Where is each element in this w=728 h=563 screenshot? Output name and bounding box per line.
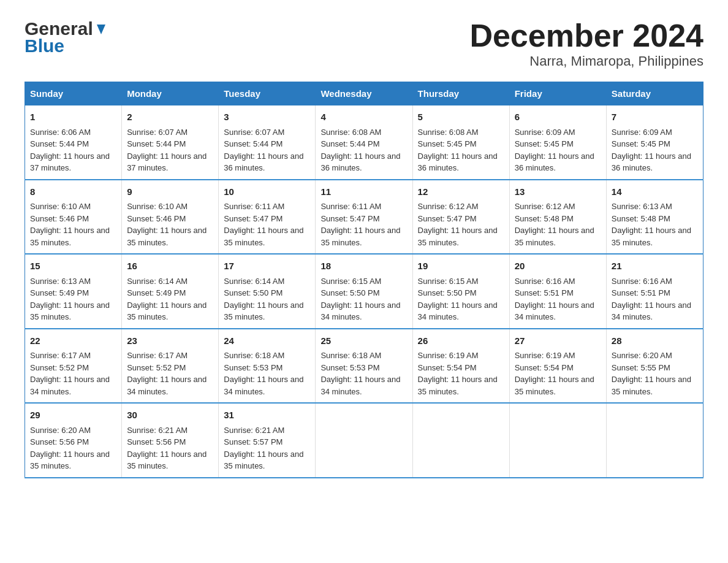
day-info: Sunrise: 6:06 AMSunset: 5:44 PMDaylight:… [30, 128, 110, 173]
day-info: Sunrise: 6:07 AMSunset: 5:44 PMDaylight:… [127, 128, 207, 173]
day-cell: 10 Sunrise: 6:11 AMSunset: 5:47 PMDaylig… [219, 180, 316, 255]
week-row-1: 1 Sunrise: 6:06 AMSunset: 5:44 PMDayligh… [25, 105, 703, 180]
day-number: 23 [127, 334, 213, 348]
day-cell: 21 Sunrise: 6:16 AMSunset: 5:51 PMDaylig… [606, 254, 703, 329]
day-number: 12 [418, 185, 504, 199]
day-cell: 19 Sunrise: 6:15 AMSunset: 5:50 PMDaylig… [412, 254, 509, 329]
week-row-5: 29 Sunrise: 6:20 AMSunset: 5:56 PMDaylig… [25, 403, 703, 478]
day-info: Sunrise: 6:21 AMSunset: 5:56 PMDaylight:… [127, 426, 207, 471]
day-cell: 22 Sunrise: 6:17 AMSunset: 5:52 PMDaylig… [25, 329, 122, 404]
day-cell: 1 Sunrise: 6:06 AMSunset: 5:44 PMDayligh… [25, 105, 122, 180]
day-cell: 26 Sunrise: 6:19 AMSunset: 5:54 PMDaylig… [412, 329, 509, 404]
day-cell [316, 403, 412, 478]
day-info: Sunrise: 6:11 AMSunset: 5:47 PMDaylight:… [320, 202, 400, 247]
day-number: 14 [612, 185, 698, 199]
day-info: Sunrise: 6:10 AMSunset: 5:46 PMDaylight:… [30, 202, 110, 247]
day-info: Sunrise: 6:09 AMSunset: 5:45 PMDaylight:… [612, 128, 691, 173]
day-info: Sunrise: 6:12 AMSunset: 5:47 PMDaylight:… [418, 202, 498, 247]
calendar-body: 1 Sunrise: 6:06 AMSunset: 5:44 PMDayligh… [25, 105, 703, 478]
day-number: 21 [612, 259, 698, 274]
day-info: Sunrise: 6:14 AMSunset: 5:49 PMDaylight:… [127, 277, 207, 322]
day-cell: 14 Sunrise: 6:13 AMSunset: 5:48 PMDaylig… [606, 180, 703, 255]
header-cell-thursday: Thursday [412, 82, 509, 105]
day-info: Sunrise: 6:15 AMSunset: 5:50 PMDaylight:… [320, 277, 400, 322]
day-number: 1 [30, 110, 116, 124]
page-header: General Blue December 2024 Narra, Mimaro… [25, 18, 703, 69]
day-info: Sunrise: 6:16 AMSunset: 5:51 PMDaylight:… [612, 277, 691, 322]
day-cell: 12 Sunrise: 6:12 AMSunset: 5:47 PMDaylig… [412, 180, 509, 255]
day-number: 24 [224, 334, 310, 348]
day-number: 10 [224, 185, 310, 199]
day-cell: 4 Sunrise: 6:08 AMSunset: 5:44 PMDayligh… [316, 105, 412, 180]
day-info: Sunrise: 6:12 AMSunset: 5:48 PMDaylight:… [515, 202, 594, 247]
page-subtitle: Narra, Mimaropa, Philippines [469, 53, 703, 69]
day-info: Sunrise: 6:07 AMSunset: 5:44 PMDaylight:… [224, 128, 303, 173]
day-number: 17 [224, 259, 310, 274]
day-cell: 27 Sunrise: 6:19 AMSunset: 5:54 PMDaylig… [509, 329, 606, 404]
day-cell: 5 Sunrise: 6:08 AMSunset: 5:45 PMDayligh… [412, 105, 509, 180]
day-cell: 28 Sunrise: 6:20 AMSunset: 5:55 PMDaylig… [606, 329, 703, 404]
day-number: 9 [127, 185, 213, 199]
calendar-header: SundayMondayTuesdayWednesdayThursdayFrid… [25, 82, 703, 105]
day-number: 28 [612, 334, 698, 348]
day-number: 25 [320, 334, 407, 348]
day-cell: 29 Sunrise: 6:20 AMSunset: 5:56 PMDaylig… [25, 403, 122, 478]
day-info: Sunrise: 6:08 AMSunset: 5:45 PMDaylight:… [418, 128, 498, 173]
day-cell: 9 Sunrise: 6:10 AMSunset: 5:46 PMDayligh… [122, 180, 219, 255]
day-cell: 17 Sunrise: 6:14 AMSunset: 5:50 PMDaylig… [219, 254, 316, 329]
day-number: 15 [30, 259, 116, 274]
day-info: Sunrise: 6:14 AMSunset: 5:50 PMDaylight:… [224, 277, 303, 322]
day-cell: 23 Sunrise: 6:17 AMSunset: 5:52 PMDaylig… [122, 329, 219, 404]
day-number: 22 [30, 334, 116, 348]
day-info: Sunrise: 6:17 AMSunset: 5:52 PMDaylight:… [127, 351, 207, 396]
day-number: 3 [224, 110, 310, 124]
page-title: December 2024 [469, 18, 703, 53]
day-info: Sunrise: 6:11 AMSunset: 5:47 PMDaylight:… [224, 202, 303, 247]
logo-blue-text: Blue [25, 36, 108, 56]
day-cell: 11 Sunrise: 6:11 AMSunset: 5:47 PMDaylig… [316, 180, 412, 255]
title-section: December 2024 Narra, Mimaropa, Philippin… [469, 18, 703, 69]
day-info: Sunrise: 6:15 AMSunset: 5:50 PMDaylight:… [418, 277, 498, 322]
day-cell: 16 Sunrise: 6:14 AMSunset: 5:49 PMDaylig… [122, 254, 219, 329]
day-info: Sunrise: 6:20 AMSunset: 5:56 PMDaylight:… [30, 426, 110, 471]
day-cell [606, 403, 703, 478]
day-cell: 8 Sunrise: 6:10 AMSunset: 5:46 PMDayligh… [25, 180, 122, 255]
header-cell-wednesday: Wednesday [316, 82, 412, 105]
day-number: 26 [418, 334, 504, 348]
day-number: 6 [515, 110, 601, 124]
day-cell: 30 Sunrise: 6:21 AMSunset: 5:56 PMDaylig… [122, 403, 219, 478]
day-info: Sunrise: 6:21 AMSunset: 5:57 PMDaylight:… [224, 426, 303, 471]
day-cell: 25 Sunrise: 6:18 AMSunset: 5:53 PMDaylig… [316, 329, 412, 404]
day-number: 7 [612, 110, 698, 124]
day-cell: 6 Sunrise: 6:09 AMSunset: 5:45 PMDayligh… [509, 105, 606, 180]
day-number: 5 [418, 110, 504, 124]
header-row: SundayMondayTuesdayWednesdayThursdayFrid… [25, 82, 703, 105]
day-number: 18 [320, 259, 407, 274]
day-info: Sunrise: 6:19 AMSunset: 5:54 PMDaylight:… [515, 351, 594, 396]
day-cell: 24 Sunrise: 6:18 AMSunset: 5:53 PMDaylig… [219, 329, 316, 404]
week-row-2: 8 Sunrise: 6:10 AMSunset: 5:46 PMDayligh… [25, 180, 703, 255]
day-number: 19 [418, 259, 504, 274]
day-number: 8 [30, 185, 116, 199]
day-number: 11 [320, 185, 407, 199]
week-row-4: 22 Sunrise: 6:17 AMSunset: 5:52 PMDaylig… [25, 329, 703, 404]
calendar-table: SundayMondayTuesdayWednesdayThursdayFrid… [25, 82, 703, 478]
day-cell: 31 Sunrise: 6:21 AMSunset: 5:57 PMDaylig… [219, 403, 316, 478]
day-number: 30 [127, 408, 213, 423]
day-info: Sunrise: 6:08 AMSunset: 5:44 PMDaylight:… [320, 128, 400, 173]
day-number: 4 [320, 110, 407, 124]
day-info: Sunrise: 6:19 AMSunset: 5:54 PMDaylight:… [418, 351, 498, 396]
day-cell: 7 Sunrise: 6:09 AMSunset: 5:45 PMDayligh… [606, 105, 703, 180]
day-number: 2 [127, 110, 213, 124]
day-cell: 2 Sunrise: 6:07 AMSunset: 5:44 PMDayligh… [122, 105, 219, 180]
day-info: Sunrise: 6:16 AMSunset: 5:51 PMDaylight:… [515, 277, 594, 322]
day-info: Sunrise: 6:13 AMSunset: 5:48 PMDaylight:… [612, 202, 691, 247]
week-row-3: 15 Sunrise: 6:13 AMSunset: 5:49 PMDaylig… [25, 254, 703, 329]
header-cell-monday: Monday [122, 82, 219, 105]
svg-marker-0 [97, 25, 105, 34]
day-cell: 13 Sunrise: 6:12 AMSunset: 5:48 PMDaylig… [509, 180, 606, 255]
day-cell [412, 403, 509, 478]
day-number: 20 [515, 259, 601, 274]
day-info: Sunrise: 6:17 AMSunset: 5:52 PMDaylight:… [30, 351, 110, 396]
day-cell: 15 Sunrise: 6:13 AMSunset: 5:49 PMDaylig… [25, 254, 122, 329]
